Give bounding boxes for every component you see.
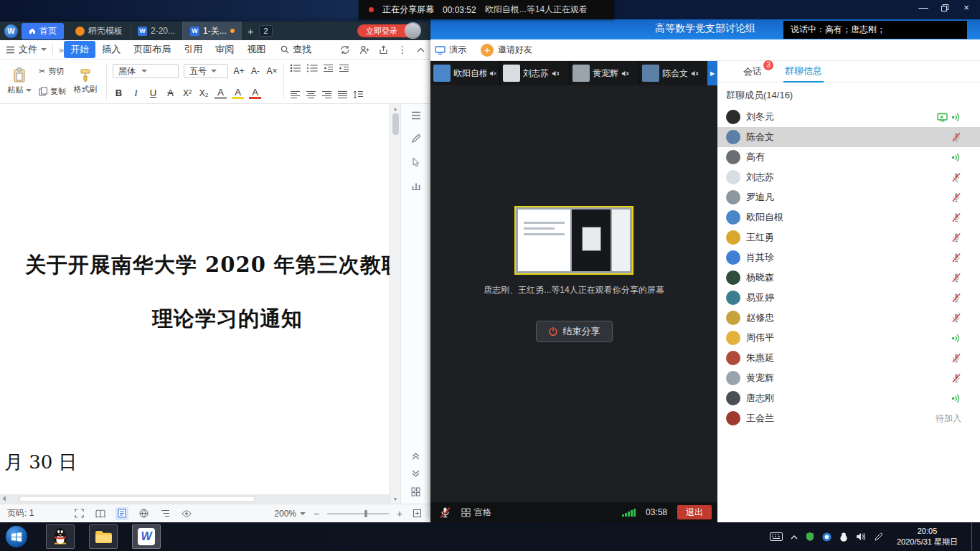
member-row[interactable]: 欧阳自根 — [717, 207, 980, 227]
invite-friends-button[interactable]: + 邀请好友 — [481, 44, 532, 57]
ink-pen-icon[interactable] — [411, 133, 421, 143]
align-center-icon[interactable] — [306, 90, 316, 99]
video-tile[interactable]: 陈会文 — [639, 61, 709, 85]
start-button[interactable] — [6, 526, 27, 547]
next-page-icon[interactable] — [412, 470, 420, 477]
line-spacing-icon[interactable] — [353, 90, 364, 99]
show-desktop-button[interactable] — [971, 522, 977, 551]
member-row[interactable]: 周伟平 — [717, 328, 980, 348]
tab-count-badge[interactable]: 2 — [259, 25, 272, 37]
italic-button[interactable]: I — [130, 88, 142, 99]
align-right-icon[interactable] — [321, 90, 332, 99]
tray-expand-icon[interactable] — [791, 534, 798, 540]
taskbar-explorer-button[interactable] — [89, 524, 118, 549]
close-button[interactable]: × — [957, 2, 976, 14]
web-layout-icon[interactable] — [137, 507, 150, 520]
zoom-level-select[interactable]: 200% — [274, 509, 306, 519]
horizontal-scrollbar-thumb[interactable] — [19, 496, 255, 502]
read-mode-icon[interactable] — [94, 507, 107, 520]
ribbon-tab-view[interactable]: 视图 — [240, 41, 272, 58]
member-row[interactable]: 杨晓森 — [717, 268, 980, 288]
wps-logo-icon[interactable]: W — [4, 24, 18, 38]
end-share-button[interactable]: 结束分享 — [536, 321, 613, 342]
more-menu-icon[interactable]: ⋮ — [397, 44, 407, 55]
member-row[interactable]: 易亚婷 — [717, 288, 980, 308]
scroll-up-arrow-icon[interactable]: ▲ — [393, 104, 398, 113]
templates-tab[interactable]: 稻壳模板 — [68, 22, 130, 40]
grid-view-button[interactable]: 宫格 — [461, 507, 491, 519]
scroll-left-arrow-icon[interactable] — [2, 496, 6, 501]
invite-user-icon[interactable] — [359, 45, 369, 55]
member-row[interactable]: 高有 — [717, 147, 980, 167]
select-cursor-icon[interactable] — [411, 157, 420, 167]
fit-page-icon[interactable] — [410, 507, 423, 520]
document-tab-1[interactable]: W 2-20... — [130, 22, 182, 40]
bullet-list-icon[interactable] — [290, 64, 301, 72]
align-left-icon[interactable] — [290, 90, 301, 99]
fullscreen-view-icon[interactable] — [72, 507, 85, 520]
horizontal-scrollbar[interactable] — [0, 494, 390, 504]
member-row[interactable]: 刘冬元 — [717, 107, 980, 127]
mic-muted-button[interactable] — [439, 507, 451, 519]
document-page[interactable]: 关于开展南华大学 2020 年第三次教职工 理论学习的通知 月 30 日 — [0, 104, 390, 504]
increase-indent-icon[interactable] — [339, 64, 349, 72]
font-size-select[interactable]: 五号 — [184, 64, 228, 78]
underline-button[interactable]: U — [147, 88, 159, 98]
browser-icon[interactable] — [822, 532, 831, 542]
tab-group-info[interactable]: 群聊信息 — [783, 61, 824, 83]
vertical-scrollbar[interactable]: ▲ ▼ — [390, 104, 400, 504]
char-shading-button[interactable]: A — [215, 87, 227, 99]
previous-page-icon[interactable] — [412, 453, 420, 460]
increase-font-button[interactable]: A+ — [233, 66, 245, 76]
page-view-icon[interactable] — [116, 507, 128, 520]
member-row[interactable]: 罗迪凡 — [717, 187, 980, 207]
chart-tool-icon[interactable] — [411, 181, 421, 190]
ribbon-tab-review[interactable]: 审阅 — [209, 41, 240, 58]
exit-button[interactable]: 退出 — [677, 505, 712, 519]
decrease-font-button[interactable]: A- — [250, 66, 261, 76]
video-tile[interactable]: 欧阳自根 — [430, 61, 500, 85]
ribbon-tab-page-layout[interactable]: 页面布局 — [127, 41, 177, 58]
taskbar-clock[interactable]: 20:05 2020/5/31 星期日 — [897, 526, 958, 547]
copy-button[interactable]: 复制 — [39, 86, 66, 97]
ribbon-tab-home[interactable]: 开始 — [64, 41, 95, 58]
home-tab[interactable]: 首页 — [22, 23, 64, 39]
zoom-slider-thumb[interactable] — [364, 510, 367, 517]
superscript-button[interactable]: X² — [182, 88, 193, 98]
zoom-slider[interactable] — [327, 513, 389, 514]
menu-overflow-icon[interactable]: » — [59, 44, 64, 55]
share-icon[interactable] — [379, 45, 388, 55]
member-row[interactable]: 王红勇 — [717, 227, 980, 248]
keyboard-icon[interactable] — [770, 532, 783, 541]
ribbon-tab-references[interactable]: 引用 — [177, 41, 209, 58]
ribbon-tab-insert[interactable]: 插入 — [95, 41, 127, 58]
font-color-button[interactable]: A — [249, 87, 261, 99]
file-menu[interactable]: 文件 — [6, 43, 47, 56]
font-name-select[interactable]: 黑体 — [113, 64, 179, 78]
find-button[interactable]: 查找 — [281, 43, 311, 56]
login-button[interactable]: 立即登录 — [357, 24, 416, 37]
video-strip-next-button[interactable]: ▶ — [707, 61, 717, 85]
strikethrough-button[interactable]: A — [164, 88, 176, 98]
qq-tray-icon[interactable] — [839, 532, 848, 542]
numbered-list-icon[interactable] — [306, 64, 318, 72]
taskbar-qq-button[interactable] — [46, 524, 75, 549]
eye-protection-icon[interactable] — [180, 507, 193, 520]
member-row[interactable]: 王会兰 待加入 — [717, 408, 980, 428]
member-row[interactable]: 肖其珍 — [717, 248, 980, 268]
member-row[interactable]: 黄宠辉 — [717, 368, 980, 388]
sync-icon[interactable] — [340, 45, 350, 55]
zoom-out-button[interactable]: − — [312, 508, 321, 519]
minimize-button[interactable]: — — [914, 2, 933, 14]
outline-view-icon[interactable] — [159, 507, 171, 520]
subscript-button[interactable]: X₂ — [198, 88, 209, 98]
member-row[interactable]: 陈会文 — [717, 127, 980, 147]
cut-button[interactable]: ✂ 剪切 — [39, 66, 66, 77]
format-painter-button[interactable]: 格式刷 — [70, 62, 100, 101]
member-row[interactable]: 唐志刚 — [717, 388, 980, 408]
collapse-ribbon-icon[interactable] — [417, 47, 425, 52]
scroll-down-arrow-icon[interactable]: ▼ — [393, 494, 398, 504]
member-row[interactable]: 刘志苏 — [717, 167, 980, 187]
taskbar-wps-button[interactable]: W — [132, 524, 161, 549]
member-row[interactable]: 朱惠延 — [717, 348, 980, 368]
